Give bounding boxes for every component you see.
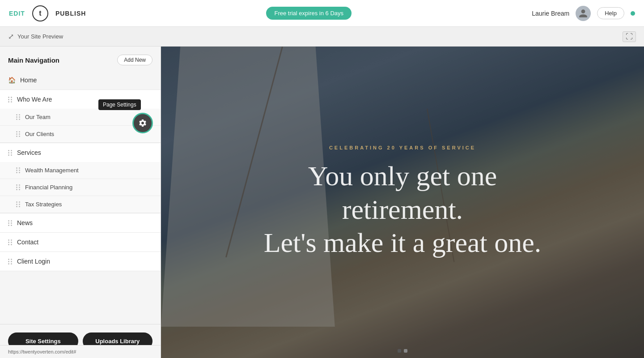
drag-handle-contact: [8, 239, 13, 245]
nav-item-client-login: Client Login: [0, 252, 161, 271]
drag-handle-who-we-are: [8, 97, 13, 102]
nav-sub-label-our-clients: Our Clients: [25, 131, 54, 137]
hero-title-line3: Let's make it a great one.: [264, 226, 542, 259]
drag-handle-financial-planning: [16, 184, 21, 190]
nav-item-news: News: [0, 213, 161, 233]
hero-title-line2: retirement.: [264, 193, 542, 226]
nav-sub-label-financial-planning: Financial Planning: [25, 184, 72, 191]
nav-item-home: 🏠 Home: [0, 71, 161, 90]
user-avatar[interactable]: [576, 6, 591, 21]
logo-letter: t: [39, 9, 41, 17]
site-preview-label: Your Site Preview: [17, 33, 63, 40]
nav-sub-item-financial-planning: Financial Planning: [0, 179, 161, 196]
nav-label-news: News: [17, 219, 33, 226]
nav-sub-item-wealth-management: Wealth Management: [0, 162, 161, 179]
nav-label-who-we-are: Who We Are: [17, 96, 52, 103]
add-new-button[interactable]: Add New: [117, 55, 153, 65]
sidebar-header: Main Navigation Add New: [0, 47, 161, 71]
preview-area: CELEBRATING 20 YEARS OF SERVICE You only…: [161, 47, 644, 358]
drag-handle-our-clients: [16, 131, 21, 137]
gear-settings-button[interactable]: [132, 113, 153, 133]
publish-button[interactable]: PUBLISH: [55, 10, 86, 17]
nav-label-client-login: Client Login: [17, 258, 50, 265]
hero-title-line1: You only get one: [264, 159, 542, 192]
preview-dots: [398, 349, 407, 353]
second-bar: ⤢ Your Site Preview ⛶: [0, 27, 644, 47]
avatar-icon: [578, 9, 588, 18]
drag-handle-tax-strategies: [16, 201, 21, 207]
trial-badge[interactable]: Free trial expires in 6 Days: [266, 7, 352, 20]
nav-item-services: Services Wealth Management: [0, 143, 161, 213]
drag-handle-client-login: [8, 259, 13, 264]
page-settings-tooltip: Page Settings: [98, 99, 141, 110]
nav-row-home[interactable]: 🏠 Home: [0, 71, 161, 90]
sidebar: Main Navigation Add New Page Settings 🏠 …: [0, 47, 161, 358]
drag-handle-our-team: [16, 114, 21, 120]
expand-icon[interactable]: ⤢: [8, 32, 14, 41]
nav-label-services: Services: [17, 149, 41, 156]
nav-sub-list-services: Wealth Management Financial Planning: [0, 162, 161, 213]
fullscreen-button[interactable]: ⛶: [623, 31, 636, 42]
drag-handle-news: [8, 220, 13, 226]
help-button[interactable]: Help: [597, 7, 624, 19]
hero-subtitle: CELEBRATING 20 YEARS OF SERVICE: [264, 145, 542, 150]
top-bar-left: EDIT t PUBLISH: [9, 5, 86, 21]
home-icon: 🏠: [8, 77, 16, 84]
nav-sub-label-our-team: Our Team: [25, 114, 51, 120]
logo-circle[interactable]: t: [32, 5, 48, 21]
top-bar: EDIT t PUBLISH Free trial expires in 6 D…: [0, 0, 644, 27]
nav-sub-row-financial-planning[interactable]: Financial Planning: [0, 179, 161, 196]
gear-icon: [138, 119, 147, 128]
url-bar: https://twentyoverten.com/edit#: [0, 345, 161, 358]
second-bar-left: ⤢ Your Site Preview: [8, 32, 63, 41]
nav-label-contact: Contact: [17, 239, 38, 246]
nav-sub-row-tax-strategies[interactable]: Tax Strategies: [0, 196, 161, 213]
hero-content: CELEBRATING 20 YEARS OF SERVICE You only…: [264, 145, 542, 259]
top-bar-right: Laurie Bream Help: [532, 6, 635, 21]
nav-row-news[interactable]: News: [0, 213, 161, 232]
hero-title: You only get one retirement. Let's make …: [264, 159, 542, 259]
main-layout: Main Navigation Add New Page Settings 🏠 …: [0, 47, 644, 358]
nav-sub-label-wealth-management: Wealth Management: [25, 167, 79, 174]
dot-2: [404, 349, 407, 353]
sidebar-title: Main Navigation: [8, 56, 59, 64]
nav-sub-row-wealth-management[interactable]: Wealth Management: [0, 162, 161, 179]
edit-button[interactable]: EDIT: [9, 10, 25, 17]
dot-1: [398, 349, 401, 353]
user-name: Laurie Bream: [532, 10, 569, 17]
drag-handle-services: [8, 150, 13, 156]
nav-sub-item-tax-strategies: Tax Strategies: [0, 196, 161, 213]
nav-label-home: Home: [20, 77, 37, 84]
nav-row-client-login[interactable]: Client Login: [0, 252, 161, 271]
preview-frame: CELEBRATING 20 YEARS OF SERVICE You only…: [161, 47, 644, 358]
hero-background: CELEBRATING 20 YEARS OF SERVICE You only…: [161, 47, 644, 358]
nav-sub-label-tax-strategies: Tax Strategies: [25, 201, 62, 208]
nav-row-services[interactable]: Services: [0, 143, 161, 162]
nav-item-contact: Contact: [0, 233, 161, 252]
notification-dot: [631, 11, 635, 16]
nav-row-contact[interactable]: Contact: [0, 233, 161, 251]
drag-handle-wealth-management: [16, 167, 21, 173]
